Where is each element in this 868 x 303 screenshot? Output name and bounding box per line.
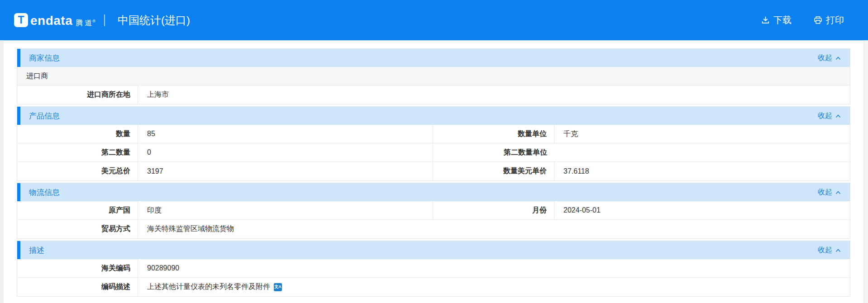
table-row: 进口商 (17, 67, 850, 85)
row-value: 90289090 (138, 259, 850, 277)
chevron-up-icon (835, 246, 841, 254)
section-accent-bar (17, 49, 20, 67)
collapse-toggle[interactable]: 收起 (818, 111, 841, 121)
row-value-text: 上海市 (147, 90, 169, 99)
row-label: 第二数量单位 (433, 143, 554, 161)
row-label: 海关编码 (17, 259, 138, 277)
row-value: 上海市 (138, 85, 850, 104)
collapse-toggle[interactable]: 收起 (818, 246, 841, 255)
top-header: T endata 腾道 ® 中国统计(进口) 下载 打印 (0, 0, 868, 40)
section-3: 描述收起海关编码90289090编码描述上述其他计量仪表的未列名零件及附件文A (17, 241, 850, 297)
row-value: 0 (138, 143, 433, 161)
collapse-toggle[interactable]: 收起 (818, 188, 841, 197)
section-accent-bar (17, 183, 20, 201)
chevron-up-icon (835, 54, 841, 62)
section-title: 产品信息 (29, 111, 60, 121)
header-divider (104, 14, 105, 26)
section-accent-bar (17, 107, 20, 125)
row-value-text: 90289090 (147, 264, 179, 272)
row-label: 第二数量 (17, 143, 138, 161)
translate-icon[interactable]: 文A (274, 283, 282, 291)
table-row: 第二数量0第二数量单位 (17, 143, 850, 162)
download-label: 下载 (773, 14, 792, 26)
collapse-label: 收起 (818, 246, 832, 255)
section-accent-bar (17, 241, 20, 259)
section-header: 描述收起 (17, 241, 850, 259)
row-value: 印度 (138, 201, 433, 219)
row-value: 千克 (554, 125, 850, 143)
row-value: 上述其他计量仪表的未列名零件及附件文A (138, 278, 850, 296)
table-row: 进口商所在地上海市 (17, 85, 850, 104)
tendata-logo-icon: T (14, 13, 28, 27)
chevron-up-icon (835, 188, 841, 196)
table-row: 美元总价3197数量美元单价37.6118 (17, 162, 850, 180)
chevron-up-icon (835, 112, 841, 120)
download-button[interactable]: 下载 (761, 14, 792, 26)
collapse-label: 收起 (818, 188, 832, 197)
row-value: 2024-05-01 (554, 201, 850, 219)
row-label: 数量美元单价 (433, 162, 554, 180)
page-title: 中国统计(进口) (118, 15, 190, 26)
section-title: 物流信息 (29, 187, 60, 198)
registered-mark: ® (92, 19, 95, 24)
row-value: 37.6118 (554, 162, 850, 180)
section-title: 描述 (29, 245, 44, 256)
row-value: 3197 (138, 162, 433, 180)
row-value-text: 海关特殊监管区域物流货物 (147, 224, 234, 234)
section-0: 商家信息收起进口商进口商所在地上海市 (17, 48, 850, 104)
collapse-label: 收起 (818, 111, 832, 121)
table-row: 编码描述上述其他计量仪表的未列名零件及附件文A (17, 278, 850, 296)
row-label: 月份 (433, 201, 554, 219)
row-value-text: 上述其他计量仪表的未列名零件及附件 (147, 282, 270, 292)
table-row: 贸易方式海关特殊监管区域物流货物 (17, 220, 850, 238)
print-button[interactable]: 打印 (813, 14, 844, 26)
row-label: 进口商所在地 (17, 85, 138, 104)
section-header: 物流信息收起 (17, 183, 850, 201)
brand-wordmark: endata (30, 14, 72, 27)
section-1: 产品信息收起数量85数量单位千克第二数量0第二数量单位美元总价3197数量美元单… (17, 106, 850, 181)
importer-label: 进口商 (17, 67, 850, 85)
tendata-brand: T endata 腾道 ® (14, 13, 97, 27)
header-actions: 下载 打印 (761, 14, 844, 26)
section-2: 物流信息收起原产国印度月份2024-05-01贸易方式海关特殊监管区域物流货物 (17, 183, 850, 239)
row-value: 海关特殊监管区域物流货物 (138, 220, 850, 238)
download-icon (761, 15, 770, 25)
row-label: 贸易方式 (17, 220, 138, 238)
row-label: 原产国 (17, 201, 138, 219)
row-label: 美元总价 (17, 162, 138, 180)
section-header: 商家信息收起 (17, 49, 850, 67)
row-label: 数量单位 (433, 125, 554, 143)
brand-chinese-name: 腾道 (76, 19, 94, 27)
scrollbar[interactable] (863, 40, 868, 303)
table-row: 数量85数量单位千克 (17, 125, 850, 143)
table-row: 海关编码90289090 (17, 259, 850, 278)
row-value: 85 (138, 125, 433, 143)
collapse-toggle[interactable]: 收起 (818, 53, 841, 63)
row-value (554, 143, 850, 161)
table-row: 原产国印度月份2024-05-01 (17, 201, 850, 220)
print-label: 打印 (826, 14, 844, 26)
detail-card: 商家信息收起进口商进口商所在地上海市产品信息收起数量85数量单位千克第二数量0第… (17, 48, 850, 298)
section-title: 商家信息 (29, 53, 60, 63)
section-header: 产品信息收起 (17, 107, 850, 125)
row-label: 数量 (17, 125, 138, 143)
row-label: 编码描述 (17, 278, 138, 296)
left-edge-strip (0, 40, 4, 303)
printer-icon (813, 15, 823, 25)
collapse-label: 收起 (818, 53, 832, 63)
